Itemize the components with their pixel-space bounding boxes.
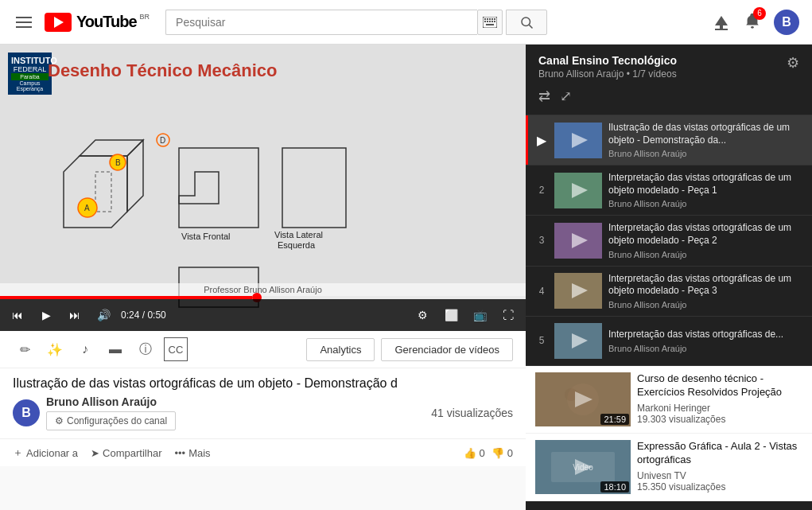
dislike-button[interactable]: 👎 0 — [491, 447, 513, 459]
edit-icon-tool[interactable]: ✏ — [13, 337, 37, 361]
share-button[interactable]: ➤ Compartilhar — [91, 447, 161, 459]
playlist-item-thumb — [554, 323, 602, 359]
svg-point-17 — [751, 25, 754, 28]
svg-rect-9 — [491, 21, 493, 22]
channel-info: Bruno Allison Araújo ⚙ Configurações do … — [46, 395, 425, 430]
recommended-item-0[interactable]: 21:59 Curso de desenho técnico - Exercíc… — [526, 366, 812, 434]
action-row: ＋ Adicionar a ➤ Compartilhar ••• Mais 👍 … — [0, 438, 526, 466]
views-count: 41 visualizações — [431, 407, 513, 419]
playlist-item-1[interactable]: 2 Interpretação das vistas ortográficas … — [526, 165, 812, 216]
video-info: Ilustração de das vistas ortográficas de… — [0, 368, 526, 438]
upload-button[interactable] — [712, 14, 731, 30]
settings-button[interactable]: ⚙ — [411, 304, 433, 326]
hamburger-menu[interactable] — [13, 14, 35, 31]
search-button[interactable] — [506, 10, 547, 35]
analytics-button[interactable]: Analytics — [306, 338, 375, 361]
playlist-item-info: Interpretação das vistas ortográficas de… — [608, 222, 802, 259]
below-video-toolbar: ✏ ✨ ♪ ▬ ⓘ CC Analytics Gerenciador de ví… — [0, 331, 526, 368]
upload-icon — [712, 14, 731, 30]
yt-icon — [45, 13, 72, 32]
magic-icon-tool[interactable]: ✨ — [43, 337, 67, 361]
playlist-settings-button[interactable]: ⚙ — [787, 54, 799, 72]
yt-wordmark: YouTube — [76, 13, 137, 31]
svg-text:B: B — [115, 158, 121, 167]
recommended-item-1[interactable]: Video 18:10 Expressão Gráfica - Aula 2 -… — [526, 434, 812, 501]
playlist-loop-button[interactable]: ⇄ — [538, 88, 550, 105]
yt-country-code: BR — [140, 13, 150, 21]
svg-rect-16 — [715, 29, 728, 30]
playlist-shuffle-button[interactable]: ⤢ — [560, 88, 572, 105]
like-button[interactable]: 👍 0 — [464, 447, 485, 459]
ellipsis-icon: ••• — [174, 447, 185, 459]
add-to-button[interactable]: ＋ Adicionar a — [13, 446, 78, 460]
playlist-item-title: Ilustração de das vistas ortográficas de… — [608, 122, 802, 146]
rec-info-1: Expressão Gráfica - Aula 2 - Vistas orto… — [637, 440, 802, 494]
rec-thumb-0: 21:59 — [535, 372, 631, 426]
svg-rect-11 — [486, 24, 494, 25]
user-avatar[interactable]: B — [774, 10, 799, 35]
fullscreen-button[interactable]: ⛶ — [497, 304, 519, 326]
music-icon-tool[interactable]: ♪ — [73, 337, 97, 361]
cast-button[interactable]: 📺 — [468, 304, 491, 326]
play-pause-button[interactable]: ▶ — [35, 304, 57, 326]
rec-duration-0: 21:59 — [600, 414, 629, 425]
more-button[interactable]: ••• Mais — [174, 447, 210, 459]
share-icon: ➤ — [91, 447, 99, 459]
search-bar — [165, 10, 547, 35]
rec-channel-0: Markoni Heringer — [637, 403, 802, 414]
playlist-item-author: Bruno Allison Araújo — [608, 300, 802, 310]
cut-icon-tool[interactable]: ▬ — [103, 337, 127, 361]
keyboard-icon-button[interactable] — [477, 10, 503, 35]
rec-info-0: Curso de desenho técnico - Exercícios Re… — [637, 372, 802, 426]
channel-settings-button[interactable]: ⚙ Configurações do canal — [46, 411, 176, 430]
volume-button[interactable]: 🔊 — [92, 304, 115, 326]
playlist-item-author: Bruno Allison Araújo — [608, 250, 802, 259]
cc-icon-tool[interactable]: CC — [164, 337, 188, 361]
playlist-item-2[interactable]: 3 Interpretação das vistas ortográficas … — [526, 216, 812, 266]
playlist-item-num: ▶ — [535, 133, 548, 148]
rec-thumb-1: Video 18:10 — [535, 440, 631, 494]
svg-line-13 — [530, 25, 533, 28]
miniplayer-button[interactable]: ⬜ — [440, 304, 462, 326]
playlist-item-title: Interpretação das vistas ortográficas de… — [608, 273, 802, 298]
technical-drawing: A B D Vista Frontal Vista — [48, 92, 445, 315]
svg-text:Vista Frontal: Vista Frontal — [181, 232, 231, 241]
rec-title-0: Curso de desenho técnico - Exercícios Re… — [637, 372, 802, 399]
channel-avatar: B — [13, 399, 40, 426]
video-title-overlay: Desenho Técnico Mecânico — [48, 60, 278, 81]
svg-text:D: D — [160, 136, 165, 145]
video-manager-button[interactable]: Gerenciador de vídeos — [381, 338, 513, 361]
svg-rect-1 — [484, 18, 486, 20]
rec-title-1: Expressão Gráfica - Aula 2 - Vistas orto… — [637, 440, 802, 467]
skip-back-button[interactable]: ⏮ — [6, 304, 29, 326]
video-title: Ilustração de das vistas ortográficas de… — [13, 376, 513, 391]
playlist-item-num: 4 — [535, 286, 548, 297]
playlist-item-3[interactable]: 4 Interpretação das vistas ortográficas … — [526, 267, 812, 317]
info-icon-tool[interactable]: ⓘ — [134, 337, 157, 361]
playlist-header: Canal Ensino Tecnológico Bruno Allison A… — [526, 45, 812, 115]
playlist-item-thumb — [554, 273, 602, 309]
playlist-items: ▶ Ilustração de das vistas ortográficas … — [526, 115, 812, 366]
svg-marker-14 — [715, 16, 728, 25]
playlist-item-num: 2 — [535, 185, 548, 196]
search-icon — [519, 15, 534, 29]
rec-views-0: 19.303 visualizações — [637, 414, 802, 425]
playlist-item-thumb — [554, 223, 602, 259]
playlist-icons: ⇄ ⤢ — [538, 88, 799, 105]
video-player[interactable]: INSTITUTO FEDERAL Paraíba Campus Esperan… — [0, 45, 526, 331]
playlist-item-thumb — [554, 173, 602, 208]
gear-icon: ⚙ — [55, 415, 64, 426]
playlist-item-4[interactable]: 5 Interpretação das vistas ortográficas … — [526, 317, 812, 366]
svg-rect-31 — [282, 148, 346, 228]
header-left: YouTube BR — [13, 13, 150, 32]
thumbs-down-icon: 👎 — [491, 447, 504, 459]
playlist-item-0[interactable]: ▶ Ilustração de das vistas ortográficas … — [526, 115, 812, 165]
playlist-item-title: Interpretação das vistas ortográficas de… — [608, 172, 802, 197]
main-content: INSTITUTO FEDERAL Paraíba Campus Esperan… — [0, 45, 812, 510]
playlist-item-author: Bruno Allison Araújo — [608, 149, 802, 158]
skip-forward-button[interactable]: ⏭ — [64, 304, 86, 326]
notifications-button[interactable]: 6 — [744, 12, 761, 33]
search-input[interactable] — [165, 10, 476, 35]
youtube-logo[interactable]: YouTube BR — [45, 13, 150, 32]
professor-label: Professor Bruno Allison Araújo — [0, 283, 526, 296]
